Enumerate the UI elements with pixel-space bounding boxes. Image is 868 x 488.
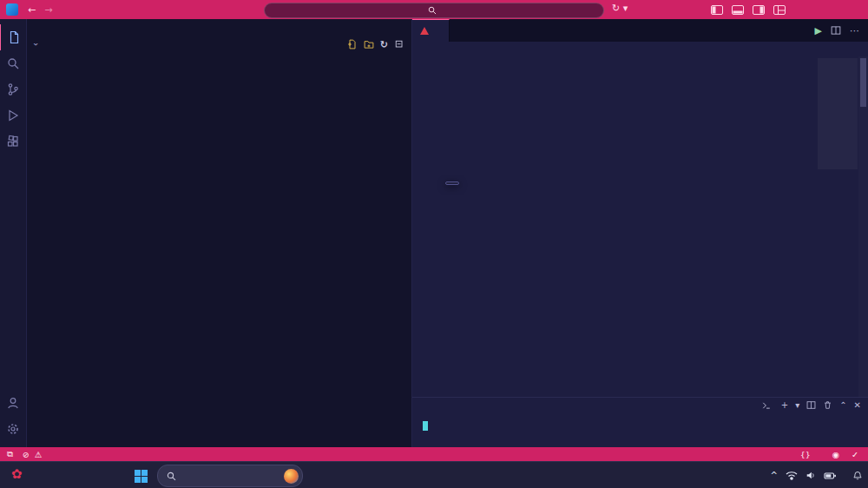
command-center-search[interactable] bbox=[264, 3, 604, 18]
toggle-sidebar-icon[interactable] bbox=[707, 0, 727, 19]
panel-actions: + ▾ ⌃ ✕ bbox=[762, 400, 861, 410]
search-sidebar-icon[interactable] bbox=[0, 50, 26, 76]
system-tray: ^ bbox=[771, 462, 863, 488]
vscode-logo-icon bbox=[6, 3, 18, 16]
start-button[interactable] bbox=[130, 465, 152, 487]
formatter-status[interactable]: ✓ bbox=[852, 450, 861, 459]
run-file-icon[interactable]: ▶ bbox=[815, 25, 822, 36]
broadcast-icon: ◉ bbox=[832, 450, 839, 459]
hover-tooltip bbox=[445, 181, 459, 185]
taskbar-center bbox=[130, 465, 308, 487]
explorer-actions: ↻ bbox=[347, 39, 404, 50]
maximize-button[interactable] bbox=[816, 0, 842, 19]
minimize-button[interactable] bbox=[790, 0, 816, 19]
code-editor[interactable] bbox=[412, 56, 868, 397]
close-panel-icon[interactable]: ✕ bbox=[854, 400, 861, 410]
go-live-button[interactable]: ◉ bbox=[832, 450, 842, 459]
windows-logo-icon bbox=[135, 470, 148, 483]
maximize-panel-icon[interactable]: ⌃ bbox=[839, 400, 846, 410]
volume-icon[interactable] bbox=[806, 471, 816, 480]
run-debug-icon[interactable] bbox=[0, 102, 26, 129]
editor-tab[interactable] bbox=[412, 19, 450, 42]
explorer-icon[interactable] bbox=[0, 24, 27, 50]
terminal-output[interactable] bbox=[412, 417, 868, 431]
refresh-icon[interactable]: ↻ bbox=[380, 39, 388, 50]
customize-layout-icon[interactable] bbox=[769, 0, 790, 19]
sync-icon[interactable]: ↻ ▾ bbox=[612, 3, 628, 14]
battery-icon[interactable] bbox=[824, 471, 837, 481]
project-root-row[interactable]: › ↻ bbox=[27, 36, 411, 52]
search-highlight-icon[interactable] bbox=[284, 469, 299, 484]
new-file-icon[interactable] bbox=[347, 39, 358, 49]
warning-icon: ⚠ bbox=[35, 450, 43, 459]
forward-arrow-icon[interactable]: → bbox=[40, 4, 56, 16]
minimap[interactable] bbox=[818, 58, 858, 397]
scrollbar-thumb[interactable] bbox=[860, 58, 866, 107]
split-terminal-icon[interactable] bbox=[806, 400, 816, 410]
error-icon: ⊘ bbox=[23, 450, 30, 459]
editor-tab-bar: ▶ ⋯ bbox=[412, 19, 868, 42]
remote-indicator[interactable]: ⧉ bbox=[7, 449, 13, 459]
toggle-panel-icon[interactable] bbox=[727, 0, 748, 19]
new-folder-icon[interactable] bbox=[364, 39, 374, 49]
toggle-secondary-sidebar-icon[interactable] bbox=[748, 0, 769, 19]
tab-actions: ▶ ⋯ bbox=[815, 19, 868, 42]
language-mode[interactable]: {} bbox=[800, 450, 813, 459]
split-editor-icon[interactable] bbox=[831, 25, 841, 36]
wifi-icon[interactable] bbox=[786, 471, 798, 480]
terminal-cursor bbox=[423, 421, 428, 431]
chevron-icon: › bbox=[31, 40, 40, 49]
check-icon: ✓ bbox=[852, 450, 858, 459]
account-icon[interactable] bbox=[0, 390, 26, 416]
rose-shortcut-icon[interactable]: ✿ bbox=[11, 466, 23, 482]
collapse-all-icon[interactable] bbox=[394, 39, 404, 49]
settings-gear-icon[interactable] bbox=[0, 416, 26, 442]
close-button[interactable] bbox=[842, 0, 868, 19]
terminal-icon bbox=[762, 401, 771, 410]
tray-overflow-chevron-icon[interactable]: ^ bbox=[771, 471, 778, 480]
terminal-shell-picker[interactable] bbox=[762, 401, 774, 410]
status-bar: ⧉ ⊘ ⚠ {} ◉ ✓ bbox=[0, 447, 868, 461]
search-icon bbox=[428, 6, 437, 15]
terminal-dropdown-icon[interactable]: ▾ bbox=[795, 400, 799, 410]
workbench: › ↻ ▶ ⋯ bbox=[0, 19, 868, 447]
back-arrow-icon[interactable]: ← bbox=[23, 4, 40, 16]
editor-scrollbar[interactable] bbox=[858, 56, 868, 397]
extensions-icon[interactable] bbox=[0, 129, 26, 155]
explorer-sidebar: › ↻ bbox=[27, 19, 412, 447]
problems-status[interactable]: ⊘ ⚠ bbox=[23, 450, 45, 459]
sidebar-title bbox=[27, 19, 411, 36]
bottom-panel: + ▾ ⌃ ✕ bbox=[412, 397, 868, 447]
windows-taskbar: ✿ ^ bbox=[0, 461, 868, 488]
source-control-icon[interactable] bbox=[0, 76, 26, 102]
minimap-viewport[interactable] bbox=[818, 58, 858, 169]
desktop: { "window": { "menus": ["File", "Edit", … bbox=[0, 0, 868, 488]
status-right-group: {} ◉ ✓ bbox=[762, 450, 861, 459]
breadcrumb bbox=[412, 42, 868, 56]
editor-group: ▶ ⋯ + ▾ ⌃ ✕ bbox=[412, 19, 868, 447]
notification-bell-icon[interactable] bbox=[852, 471, 863, 481]
kill-terminal-icon[interactable] bbox=[823, 400, 832, 410]
more-actions-icon[interactable]: ⋯ bbox=[850, 25, 859, 36]
activity-bar bbox=[0, 19, 27, 447]
taskbar-search[interactable] bbox=[157, 465, 303, 487]
search-icon bbox=[167, 472, 176, 481]
file-tree bbox=[27, 52, 411, 447]
new-terminal-icon[interactable]: + bbox=[781, 400, 788, 410]
braces-icon: {} bbox=[800, 450, 811, 459]
angular-component-icon bbox=[420, 27, 429, 35]
title-bar: ← → ↻ ▾ bbox=[0, 0, 868, 19]
titlebar-actions bbox=[707, 0, 868, 19]
activity-bar-bottom bbox=[0, 390, 26, 447]
